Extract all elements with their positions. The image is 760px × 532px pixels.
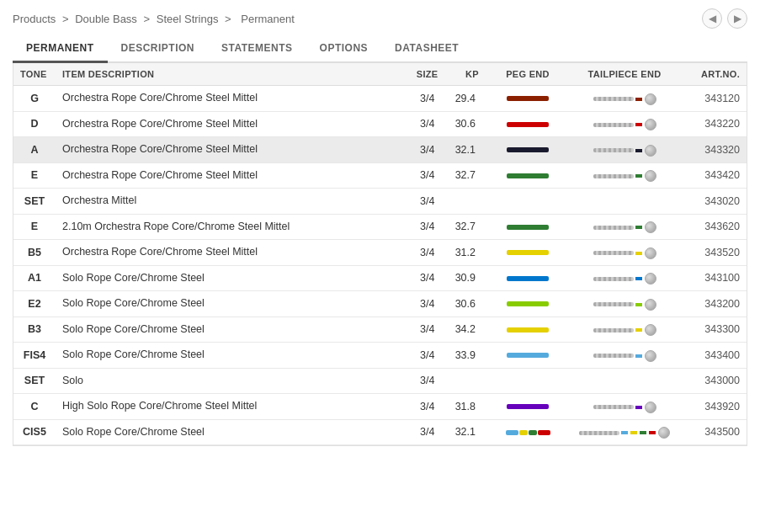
cell-kp: 32.1 [449,137,486,163]
cell-artno: 343920 [679,394,747,420]
table-row[interactable]: B3 Solo Rope Core/Chrome Steel 3/4 34.2 … [13,317,747,343]
cell-desc: Solo Rope Core/Chrome Steel [56,343,407,369]
cell-tailpiece [570,86,679,112]
cell-tailpiece [570,162,679,189]
cell-pegend [486,394,570,420]
breadcrumb-text: Products > Double Bass > Steel Strings >… [13,13,298,25]
cell-size: 3/4 [407,265,449,291]
cell-tailpiece [570,214,679,240]
cell-tone: E [13,162,56,189]
cell-kp: 31.8 [449,394,486,420]
cell-pegend [486,240,570,266]
cell-size: 3/4 [407,189,449,215]
tab-options[interactable]: OPTIONS [306,35,382,63]
table-row[interactable]: SET Solo 3/4 343000 [13,368,747,394]
table-row[interactable]: E 2.10m Orchestra Rope Core/Chrome Steel… [13,214,747,240]
cell-desc: Solo Rope Core/Chrome Steel [56,419,407,445]
tab-permanent[interactable]: PERMANENT [13,35,108,63]
table-row[interactable]: B5 Orchestra Rope Core/Chrome Steel Mitt… [13,240,747,266]
cell-tone: G [13,86,56,112]
cell-artno: 343500 [679,419,747,445]
table-header-row: TONE ITEM DESCRIPTION SIZE kp PEG END TA… [13,63,747,86]
tabs-bar: PERMANENTDESCRIPTIONSTATEMENTSOPTIONSDAT… [13,35,747,63]
prev-arrow[interactable]: ◀ [702,8,722,29]
breadcrumb-doublebass[interactable]: Double Bass [75,13,137,25]
cell-tone: D [13,111,56,137]
cell-size: 3/4 [407,394,449,420]
cell-artno: 343420 [679,162,747,189]
cell-size: 3/4 [407,317,449,343]
cell-tone: B5 [13,240,56,266]
cell-kp: 31.2 [449,240,486,266]
tab-datasheet[interactable]: DATASHEET [381,35,472,63]
cell-tailpiece [570,419,679,445]
cell-desc: Orchestra Mittel [56,189,407,215]
cell-tone: E [13,214,56,240]
table-row[interactable]: A Orchestra Rope Core/Chrome Steel Mitte… [13,137,747,163]
cell-pegend [486,111,570,137]
cell-kp [449,368,486,394]
cell-artno: 343020 [679,189,747,215]
cell-kp: 30.6 [449,291,486,317]
cell-size: 3/4 [407,111,449,137]
table-row[interactable]: SET Orchestra Mittel 3/4 343020 [13,189,747,215]
table-container: TONE ITEM DESCRIPTION SIZE kp PEG END TA… [13,63,747,446]
cell-pegend [486,214,570,240]
breadcrumb-steelstrings[interactable]: Steel Strings [157,13,219,25]
cell-desc: Solo [56,368,407,394]
table-row[interactable]: FIS4 Solo Rope Core/Chrome Steel 3/4 33.… [13,343,747,369]
table-row[interactable]: D Orchestra Rope Core/Chrome Steel Mitte… [13,111,747,137]
tab-description[interactable]: DESCRIPTION [108,35,209,63]
breadcrumb-products[interactable]: Products [13,13,56,25]
cell-artno: 343520 [679,240,747,266]
cell-tailpiece [570,111,679,137]
cell-desc: Solo Rope Core/Chrome Steel [56,317,407,343]
cell-artno: 343300 [679,317,747,343]
cell-kp: 33.9 [449,343,486,369]
cell-kp [449,189,486,215]
cell-size: 3/4 [407,419,449,445]
cell-artno: 343100 [679,265,747,291]
cell-artno: 343320 [679,137,747,163]
col-tone: TONE [13,63,56,86]
table-row[interactable]: C High Solo Rope Core/Chrome Steel Mitte… [13,394,747,420]
cell-tailpiece [570,189,679,215]
tab-statements[interactable]: STATEMENTS [208,35,306,63]
cell-tone: SET [13,189,56,215]
cell-desc: Solo Rope Core/Chrome Steel [56,291,407,317]
table-row[interactable]: E Orchestra Rope Core/Chrome Steel Mitte… [13,162,747,189]
cell-pegend [486,265,570,291]
cell-size: 3/4 [407,343,449,369]
table-row[interactable]: G Orchestra Rope Core/Chrome Steel Mitte… [13,86,747,112]
cell-pegend [486,189,570,215]
cell-kp: 29.4 [449,86,486,112]
products-table: TONE ITEM DESCRIPTION SIZE kp PEG END TA… [13,63,747,445]
cell-desc: Orchestra Rope Core/Chrome Steel Mittel [56,137,407,163]
cell-tailpiece [570,291,679,317]
cell-pegend [486,368,570,394]
breadcrumb-current: Permanent [241,13,295,25]
col-pegend: PEG END [486,63,570,86]
cell-pegend [486,419,570,445]
cell-tone: C [13,394,56,420]
cell-kp: 32.7 [449,162,486,189]
cell-size: 3/4 [407,137,449,163]
cell-size: 3/4 [407,214,449,240]
cell-artno: 343400 [679,343,747,369]
cell-tone: E2 [13,291,56,317]
table-row[interactable]: A1 Solo Rope Core/Chrome Steel 3/4 30.9 … [13,265,747,291]
cell-tailpiece [570,265,679,291]
cell-kp: 32.7 [449,214,486,240]
cell-tailpiece [570,317,679,343]
col-kp: kp [449,63,486,86]
cell-kp: 30.6 [449,111,486,137]
next-arrow[interactable]: ▶ [727,8,747,29]
cell-artno: 343620 [679,214,747,240]
cell-artno: 343200 [679,291,747,317]
table-row[interactable]: CIS5 Solo Rope Core/Chrome Steel 3/4 32.… [13,419,747,445]
table-row[interactable]: E2 Solo Rope Core/Chrome Steel 3/4 30.6 … [13,291,747,317]
cell-desc: Solo Rope Core/Chrome Steel [56,265,407,291]
cell-tailpiece [570,394,679,420]
nav-arrows: ◀ ▶ [702,8,747,29]
cell-size: 3/4 [407,240,449,266]
